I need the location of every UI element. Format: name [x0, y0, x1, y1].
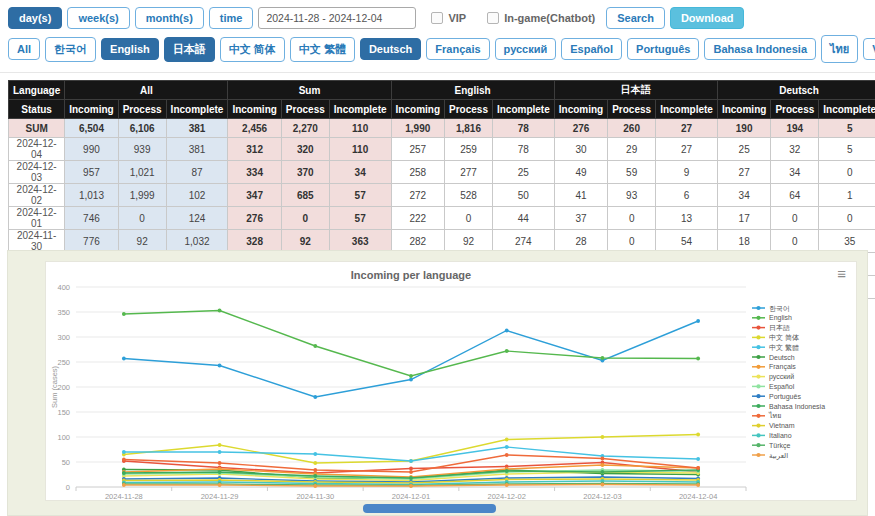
legend-item-6[interactable]: Français	[752, 363, 796, 371]
table-cell: 259	[445, 138, 493, 161]
legend-marker-dot	[756, 355, 760, 359]
data-point	[601, 470, 605, 474]
language-filter-3[interactable]: 日本語	[164, 37, 215, 62]
data-point	[601, 483, 605, 487]
data-point	[409, 484, 413, 488]
range-button-time[interactable]: time	[209, 7, 254, 29]
data-point	[505, 453, 509, 457]
range-button-days[interactable]: day(s)	[8, 7, 62, 29]
data-point	[313, 395, 317, 399]
data-point	[313, 461, 317, 465]
language-filter-12[interactable]: ไทย	[821, 35, 858, 63]
legend-item-5[interactable]: Deutsch	[752, 354, 795, 361]
table-cell: 939	[118, 138, 166, 161]
language-filter-5[interactable]: 中文 繁體	[290, 37, 355, 62]
legend-item-15[interactable]: العربية	[752, 452, 788, 460]
range-button-months[interactable]: month(s)	[135, 7, 204, 29]
language-filter-7[interactable]: Français	[426, 38, 489, 60]
table-row: SUM6,5046,1063812,4562,2701101,9901,8167…	[9, 119, 875, 138]
legend-item-8[interactable]: Español	[752, 383, 795, 391]
data-point	[505, 445, 509, 449]
group-header-4: Deutsch	[717, 81, 875, 100]
legend-item-0[interactable]: 한국어	[752, 305, 790, 312]
y-tick-label: 150	[57, 408, 70, 417]
table-cell: 277	[445, 161, 493, 184]
legend-label: Vietnam	[769, 422, 795, 429]
metric-header: Process	[771, 100, 819, 119]
legend-item-7[interactable]: русский	[752, 373, 794, 381]
legend-label: 日本語	[769, 324, 790, 332]
table-row: 2024-12-039571,0218733437034258277254959…	[9, 161, 875, 184]
ingame-checkbox-group[interactable]: In-game(Chatbot)	[487, 12, 595, 24]
legend-label: Español	[769, 383, 795, 391]
horizontal-scrollbar-thumb[interactable]	[363, 504, 496, 513]
legend-item-3[interactable]: 中文 简体	[752, 333, 799, 342]
data-point	[218, 443, 222, 447]
table-cell: 312	[228, 138, 281, 161]
search-button[interactable]: Search	[606, 7, 665, 29]
legend-marker-dot	[756, 394, 760, 398]
range-button-weeks[interactable]: week(s)	[67, 7, 129, 29]
table-cell: 0	[608, 207, 656, 230]
table-cell: 34	[771, 161, 819, 184]
vip-checkbox[interactable]	[431, 12, 443, 24]
table-cell: 5	[819, 138, 875, 161]
table-cell: 57	[329, 207, 391, 230]
table-cell: 78	[492, 138, 554, 161]
table-cell: 37	[554, 207, 607, 230]
legend-item-9[interactable]: Português	[752, 393, 801, 401]
language-filter-9[interactable]: Español	[561, 38, 622, 60]
legend-item-10[interactable]: Bahasa Indonesia	[752, 403, 825, 410]
chart-menu-icon[interactable]: ≡	[837, 266, 846, 281]
language-filter-0[interactable]: All	[8, 38, 40, 60]
vip-checkbox-group[interactable]: VIP	[431, 12, 466, 24]
table-cell: 29	[608, 138, 656, 161]
language-filter-2[interactable]: English	[101, 38, 159, 60]
legend-item-14[interactable]: Türkçe	[752, 442, 791, 450]
x-tick-label: 2024-12-03	[583, 492, 621, 501]
row-label: 2024-12-02	[9, 184, 65, 207]
x-tick-label: 2024-12-01	[392, 492, 430, 501]
legend-item-2[interactable]: 日本語	[752, 324, 790, 332]
data-point	[696, 483, 700, 487]
table-row: 2024-12-04990939381312320110257259783029…	[9, 138, 875, 161]
table-cell: 260	[608, 119, 656, 138]
legend-item-11[interactable]: ไทย	[752, 411, 781, 419]
legend-label: русский	[769, 373, 794, 381]
download-button[interactable]: Download	[670, 7, 745, 29]
data-point	[409, 374, 413, 378]
metric-header: Incoming	[65, 100, 118, 119]
table-corner-status: Status	[9, 100, 65, 119]
table-cell: 528	[445, 184, 493, 207]
table-cell: 1,021	[118, 161, 166, 184]
legend-label: Deutsch	[769, 354, 795, 361]
language-filter-6[interactable]: Deutsch	[360, 38, 421, 60]
language-filter-4[interactable]: 中文 简体	[220, 37, 285, 62]
data-point	[601, 435, 605, 439]
table-cell: 13	[656, 207, 718, 230]
date-range-input[interactable]	[258, 7, 416, 29]
legend-item-13[interactable]: Italiano	[752, 432, 792, 439]
legend-label: العربية	[769, 452, 788, 460]
data-point	[409, 378, 413, 382]
table-cell: 64	[771, 184, 819, 207]
table-cell: 27	[656, 119, 718, 138]
data-point	[313, 344, 317, 348]
x-tick-label: 2024-12-04	[679, 492, 717, 501]
legend-item-1[interactable]: English	[752, 314, 792, 322]
language-filter-13[interactable]: Vietnam	[863, 38, 875, 60]
language-filter-1[interactable]: 한국어	[45, 37, 96, 62]
language-filter-10[interactable]: Português	[627, 38, 699, 60]
legend-marker-dot	[756, 424, 760, 428]
language-filter-8[interactable]: русский	[495, 38, 557, 60]
data-point	[122, 483, 126, 487]
metric-header: Incomplete	[166, 100, 228, 119]
ingame-checkbox[interactable]	[487, 12, 499, 24]
series-line-1	[124, 311, 698, 377]
legend-item-12[interactable]: Vietnam	[752, 422, 795, 429]
language-filter-11[interactable]: Bahasa Indonesia	[704, 38, 816, 60]
metric-header: Incoming	[228, 100, 281, 119]
legend-item-4[interactable]: 中文 繁體	[752, 343, 799, 351]
table-cell: 17	[717, 207, 770, 230]
data-point	[218, 483, 222, 487]
